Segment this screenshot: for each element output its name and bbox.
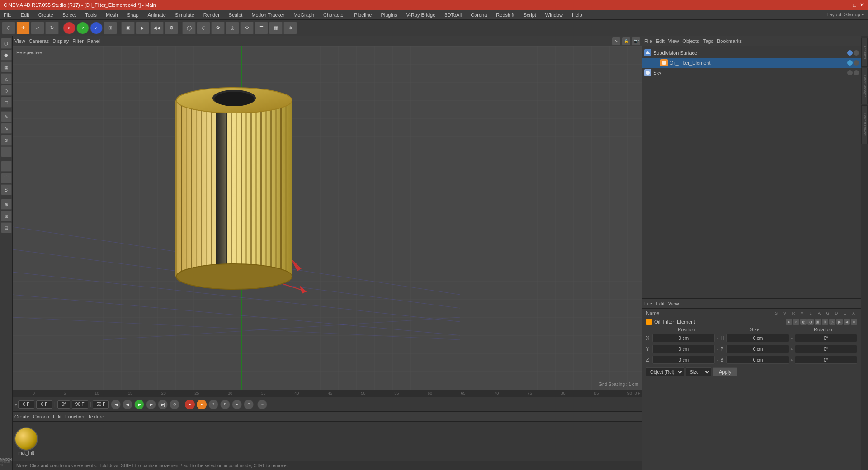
apply-button[interactable]: Apply <box>713 367 737 376</box>
vp-icon-camera[interactable]: 📷 <box>632 37 640 45</box>
toolbar-scale[interactable]: ⤢ <box>31 22 44 34</box>
close-btn[interactable]: ✕ <box>860 2 864 8</box>
btn-record-auto[interactable]: ● <box>185 400 195 409</box>
left-btn-15[interactable]: ⊞ <box>1 211 12 221</box>
coords-menu-file[interactable]: File <box>644 301 652 306</box>
toolbar-render-region[interactable]: ▣ <box>121 22 135 34</box>
vp-icon-lock[interactable]: 🔒 <box>622 37 630 45</box>
size-x-arrow[interactable]: ▸ <box>791 336 793 340</box>
vis-icon-9[interactable]: ◀ <box>844 319 850 325</box>
mat-menu-edit[interactable]: Edit <box>53 414 61 419</box>
pos-y-arrow[interactable]: ▸ <box>717 347 718 351</box>
hier-menu-file[interactable]: File <box>644 38 652 44</box>
toolbar-obj5[interactable]: ⚙ <box>240 22 254 34</box>
menu-motion-tracker[interactable]: Motion Tracker <box>250 11 286 19</box>
menu-redshift[interactable]: Redshift <box>494 11 516 19</box>
menu-sculpt[interactable]: Sculpt <box>227 11 245 19</box>
toolbar-z[interactable]: Z <box>90 22 103 34</box>
maximize-btn[interactable]: □ <box>853 2 856 8</box>
current-frame-input[interactable] <box>36 400 52 409</box>
btn-record-p[interactable]: P <box>220 400 230 409</box>
vp-menu-cameras[interactable]: Cameras <box>29 38 49 44</box>
menu-render[interactable]: Render <box>202 11 222 19</box>
menu-corona[interactable]: Corona <box>469 11 489 19</box>
size-mode-select[interactable]: Size Scale <box>686 367 711 376</box>
size-z-arrow[interactable]: ▸ <box>791 358 793 362</box>
obj-lock-subdivision[interactable] <box>854 50 859 56</box>
end-frame-input[interactable] <box>72 400 88 409</box>
size-z-input[interactable] <box>726 356 789 364</box>
3d-viewport[interactable]: Perspective Grid Spacing : 1 cm <box>13 46 642 390</box>
left-btn-8[interactable]: ∿ <box>1 123 12 134</box>
menu-3dtoall[interactable]: 3DToAll <box>443 11 463 19</box>
rot-y-input[interactable] <box>795 345 857 353</box>
btn-loop[interactable]: ⟲ <box>170 400 179 409</box>
vp-menu-view[interactable]: View <box>14 38 25 44</box>
menu-simulate[interactable]: Simulate <box>173 11 196 19</box>
coords-menu-view[interactable]: View <box>668 301 679 306</box>
attributes-tab[interactable]: Attributes <box>861 38 868 67</box>
btn-go-end[interactable]: ▶| <box>158 400 168 409</box>
vp-menu-panel[interactable]: Panel <box>87 38 100 44</box>
left-btn-2[interactable]: ⬟ <box>1 50 12 61</box>
toolbar-obj2[interactable]: ⬡ <box>197 22 210 34</box>
toolbar-obj1[interactable]: ◯ <box>182 22 196 34</box>
left-btn-12[interactable]: ⌒ <box>1 173 12 183</box>
menu-plugins[interactable]: Plugins <box>379 11 399 19</box>
vis-icon-8[interactable]: ▶ <box>836 319 843 325</box>
vis-icon-7[interactable]: ▷ <box>829 319 835 325</box>
btn-play[interactable]: ▶ <box>134 400 144 409</box>
vis-icon-5[interactable]: ▣ <box>815 319 821 325</box>
mat-menu-corona[interactable]: Corona <box>33 414 49 419</box>
obj-vis-subdivision[interactable] <box>847 50 853 56</box>
menu-select[interactable]: Select <box>61 11 78 19</box>
left-btn-1[interactable]: ⬡ <box>1 38 12 49</box>
menu-tools[interactable]: Tools <box>83 11 99 19</box>
vp-menu-display[interactable]: Display <box>52 38 69 44</box>
size-y-arrow[interactable]: ▸ <box>791 347 793 351</box>
minimize-btn[interactable]: ─ <box>845 2 849 8</box>
toolbar-move[interactable]: ✛ <box>16 22 30 34</box>
menu-mograph[interactable]: MoGraph <box>292 11 316 19</box>
menu-character[interactable]: Character <box>321 11 347 19</box>
menu-snap[interactable]: Snap <box>125 11 141 19</box>
toolbar-obj7[interactable]: ▦ <box>269 22 283 34</box>
titlebar-controls[interactable]: ─ □ ✕ <box>845 2 864 8</box>
left-btn-9[interactable]: ⊙ <box>1 135 12 146</box>
mat-menu-function[interactable]: Function <box>65 414 84 419</box>
left-btn-11[interactable]: ∟ <box>1 161 12 172</box>
toolbar-x[interactable]: X <box>63 22 75 34</box>
toolbar-obj4[interactable]: ◎ <box>226 22 239 34</box>
menu-pipeline[interactable]: Pipeline <box>352 11 373 19</box>
rot-x-input[interactable] <box>795 334 857 342</box>
menu-animate[interactable]: Animate <box>146 11 168 19</box>
obj-lock-oil[interactable] <box>854 60 859 66</box>
toolbar-render-settings[interactable]: ⚙ <box>165 22 178 34</box>
vis-icon-3[interactable]: ◐ <box>800 319 807 325</box>
btn-record-pos[interactable]: ● <box>197 400 207 409</box>
obj-lock-sky[interactable] <box>854 70 859 75</box>
toolbar-obj8[interactable]: ⊕ <box>283 22 297 34</box>
layer-manager-tab[interactable]: Layer Manager <box>861 68 868 104</box>
vp-icon-expand[interactable]: ⤡ <box>612 37 620 45</box>
hier-menu-view[interactable]: View <box>668 38 679 44</box>
btn-record-q[interactable]: ? <box>208 400 218 409</box>
toolbar-render-full[interactable]: ◀◀ <box>150 22 164 34</box>
mat-menu-create[interactable]: Create <box>14 414 29 419</box>
start-frame-input[interactable] <box>18 400 34 409</box>
obj-vis-sky[interactable] <box>847 70 853 75</box>
toolbar-mode1[interactable]: ⬡ <box>2 22 15 34</box>
vis-icon-4[interactable]: ◑ <box>807 319 814 325</box>
left-btn-7[interactable]: ✎ <box>1 111 12 122</box>
size-x-input[interactable] <box>726 334 789 342</box>
menu-file[interactable]: File <box>2 11 14 19</box>
hier-menu-bookmarks[interactable]: Bookmarks <box>717 38 742 44</box>
btn-timeline-expand[interactable]: ≡ <box>257 400 267 409</box>
left-btn-10[interactable]: ⋯ <box>1 146 12 157</box>
hier-menu-objects[interactable]: Objects <box>682 38 699 44</box>
hier-menu-tags[interactable]: Tags <box>703 38 713 44</box>
left-btn-14[interactable]: ⊕ <box>1 199 12 210</box>
obj-row-subdivision[interactable]: Subdivision Surface <box>642 48 861 58</box>
pos-z-arrow[interactable]: ▸ <box>717 358 718 362</box>
left-btn-3[interactable]: ▦ <box>1 61 12 72</box>
